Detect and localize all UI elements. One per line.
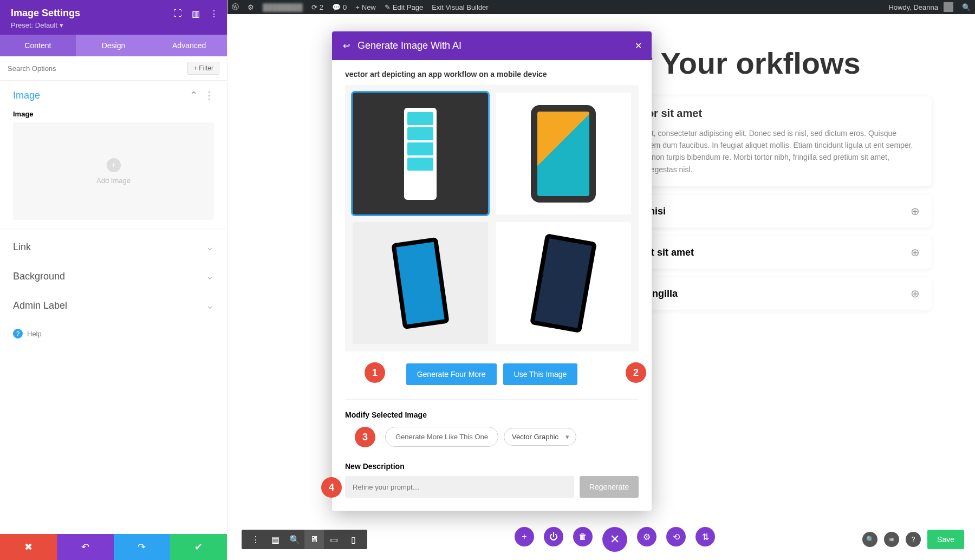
power-button[interactable]: ⏻ bbox=[544, 527, 563, 546]
section-admin-label[interactable]: Admin Label⌄ bbox=[0, 291, 227, 320]
expand-icon[interactable]: ⛶ bbox=[173, 9, 182, 19]
columns-icon[interactable]: ▥ bbox=[192, 9, 200, 19]
section-image[interactable]: Image ⌃⋮ bbox=[0, 81, 227, 110]
plus-icon: ⊕ bbox=[911, 287, 920, 300]
panel-tabs: Content Design Advanced bbox=[0, 35, 227, 56]
wireframe-icon[interactable]: ▤ bbox=[265, 530, 285, 549]
mobile-icon[interactable]: ▯ bbox=[343, 530, 363, 549]
section-more-icon[interactable]: ⋮ bbox=[204, 89, 214, 101]
history-button[interactable]: ⟲ bbox=[666, 527, 686, 546]
new-item[interactable]: + New bbox=[351, 3, 380, 11]
generated-image-3[interactable] bbox=[353, 222, 488, 344]
generated-image-2[interactable] bbox=[496, 93, 631, 214]
chevron-down-icon: ⌄ bbox=[206, 270, 214, 282]
layers-icon[interactable]: ≋ bbox=[884, 532, 899, 547]
annotation-badge-2: 2 bbox=[626, 362, 646, 383]
add-image-box[interactable]: + Add Image bbox=[13, 122, 214, 220]
back-icon[interactable]: ↩ bbox=[343, 41, 350, 51]
help-link[interactable]: ?Help bbox=[0, 320, 227, 347]
filter-button[interactable]: + Filter bbox=[187, 62, 219, 75]
plus-icon: ⊕ bbox=[911, 205, 920, 218]
builder-bottom-bar: ⋮ ▤ 🔍 🖥 ▭ ▯ + ⏻ 🗑 ✕ ⚙ ⟲ ⇅ 🔍 ≋ ? Save bbox=[242, 529, 975, 550]
annotation-badge-4: 4 bbox=[321, 477, 342, 498]
builder-center-controls: + ⏻ 🗑 ✕ ⚙ ⟲ ⇅ bbox=[515, 527, 715, 552]
exit-visual-builder-link[interactable]: Exit Visual Builder bbox=[427, 3, 493, 11]
more-icon[interactable]: ⋮ bbox=[246, 530, 265, 549]
plus-icon: ⊕ bbox=[911, 246, 920, 259]
image-label: Image bbox=[0, 110, 227, 122]
annotation-badge-3: 3 bbox=[355, 427, 375, 447]
settings-button[interactable]: ⚙ bbox=[637, 527, 656, 546]
section-link[interactable]: Link⌄ bbox=[0, 232, 227, 262]
more-icon[interactable]: ⋮ bbox=[210, 9, 218, 19]
modify-label: Modify Selected Image bbox=[345, 399, 639, 419]
site-icon[interactable]: ⚙ bbox=[243, 3, 258, 11]
comments-item[interactable]: 💬 0 bbox=[328, 3, 351, 11]
view-controls: ⋮ ▤ 🔍 🖥 ▭ ▯ bbox=[242, 530, 367, 549]
howdy-user[interactable]: Howdy, Deanna bbox=[884, 2, 958, 12]
close-builder-button[interactable]: ✕ bbox=[602, 527, 627, 552]
generate-four-more-button[interactable]: Generate Four More bbox=[406, 363, 497, 385]
chevron-down-icon: ⌄ bbox=[206, 241, 214, 253]
search-icon[interactable]: 🔍 bbox=[958, 3, 975, 11]
annotation-badge-1: 1 bbox=[365, 362, 385, 383]
updates-item[interactable]: ⟳ 2 bbox=[307, 3, 328, 11]
chevron-up-icon: ⌃ bbox=[190, 89, 198, 101]
panel-header: Image Settings Preset: Default ▾ ⛶ ▥ ⋮ bbox=[0, 0, 227, 35]
trash-button[interactable]: 🗑 bbox=[573, 527, 593, 546]
sort-button[interactable]: ⇅ bbox=[696, 527, 715, 546]
add-button[interactable]: + bbox=[515, 527, 534, 546]
help-icon: ? bbox=[13, 329, 23, 338]
tab-content[interactable]: Content bbox=[0, 35, 76, 56]
use-this-image-button[interactable]: Use This Image bbox=[503, 363, 578, 385]
help-small-icon[interactable]: ? bbox=[906, 532, 921, 547]
wp-admin-bar: ⓦ ⚙ ████████ ⟳ 2 💬 0 + New ✎ Edit Page E… bbox=[227, 0, 975, 14]
cancel-button[interactable]: ✖ bbox=[0, 534, 57, 560]
redo-button[interactable]: ↷ bbox=[114, 534, 171, 560]
search-small-icon[interactable]: 🔍 bbox=[862, 532, 877, 547]
tab-design[interactable]: Design bbox=[76, 35, 152, 56]
generated-image-1[interactable] bbox=[353, 93, 488, 214]
modal-header: ↩ Generate Image With AI ✕ bbox=[332, 31, 652, 60]
prompt-text: vector art depicting an app workflow on … bbox=[345, 70, 639, 79]
refine-prompt-input[interactable] bbox=[345, 476, 574, 498]
ai-image-modal: ↩ Generate Image With AI ✕ vector art de… bbox=[332, 31, 652, 511]
modal-title: Generate Image With AI bbox=[358, 40, 461, 51]
regenerate-button[interactable]: Regenerate bbox=[580, 476, 639, 498]
preset-dropdown[interactable]: Preset: Default ▾ bbox=[11, 21, 216, 29]
confirm-button[interactable]: ✔ bbox=[170, 534, 227, 560]
save-button[interactable]: Save bbox=[927, 530, 964, 549]
generate-more-like-this-button[interactable]: Generate More Like This One bbox=[385, 427, 498, 447]
zoom-icon[interactable]: 🔍 bbox=[285, 530, 304, 549]
generated-image-4[interactable] bbox=[496, 222, 631, 344]
panel-footer: ✖ ↶ ↷ ✔ bbox=[0, 534, 227, 560]
style-select[interactable]: Vector Graphic bbox=[504, 428, 576, 446]
desktop-icon[interactable]: 🖥 bbox=[304, 530, 324, 549]
undo-button[interactable]: ↶ bbox=[57, 534, 114, 560]
tablet-icon[interactable]: ▭ bbox=[324, 530, 343, 549]
avatar bbox=[944, 2, 953, 12]
settings-panel: Image Settings Preset: Default ▾ ⛶ ▥ ⋮ C… bbox=[0, 0, 227, 560]
image-grid bbox=[345, 85, 639, 351]
chevron-down-icon: ⌄ bbox=[206, 299, 214, 311]
plus-icon: + bbox=[107, 158, 121, 172]
add-image-text: Add Image bbox=[96, 177, 131, 185]
tab-advanced[interactable]: Advanced bbox=[151, 35, 227, 56]
close-icon[interactable]: ✕ bbox=[635, 41, 642, 51]
search-input[interactable] bbox=[8, 64, 187, 73]
builder-right-controls: 🔍 ≋ ? Save bbox=[862, 530, 964, 549]
edit-page-link[interactable]: ✎ Edit Page bbox=[380, 3, 427, 11]
wp-logo-icon[interactable]: ⓦ bbox=[227, 2, 243, 12]
section-background[interactable]: Background⌄ bbox=[0, 262, 227, 291]
blurred-site-name[interactable]: ████████ bbox=[258, 3, 307, 11]
new-description-label: New Description bbox=[345, 457, 639, 471]
